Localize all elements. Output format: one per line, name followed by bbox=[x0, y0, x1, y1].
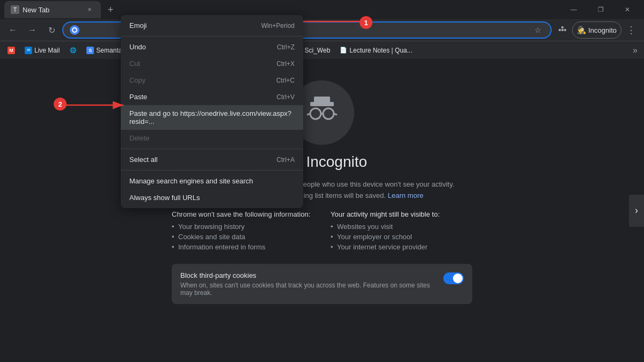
menu-divider-1 bbox=[121, 36, 303, 36]
menu-delete-label: Delete bbox=[129, 134, 295, 142]
profile-button[interactable]: 🕵️ Incognito bbox=[572, 21, 621, 39]
live-mail-favicon: ✉ bbox=[25, 47, 32, 54]
still-visible-column: Your activity might still be visible to:… bbox=[331, 210, 472, 253]
incognito-avatar: 🕵️ bbox=[577, 26, 586, 34]
svg-line-14 bbox=[307, 114, 310, 115]
extensions-button[interactable] bbox=[554, 21, 571, 39]
tab-title: New Tab bbox=[23, 6, 82, 14]
svg-point-11 bbox=[310, 108, 321, 119]
menu-copy-label: Copy bbox=[129, 76, 276, 84]
refresh-button[interactable]: ↻ bbox=[43, 21, 60, 39]
menu-divider-3 bbox=[121, 170, 303, 171]
toggle-knob bbox=[453, 274, 463, 283]
globe-favicon: 🌐 bbox=[69, 47, 77, 54]
menu-manage-search-label: Manage search engines and site search bbox=[129, 177, 295, 185]
bookmark-star-icon[interactable]: ☆ bbox=[531, 24, 544, 36]
still-visible-item-1: Websites you visit bbox=[331, 223, 472, 231]
chrome-menu-button[interactable]: ⋮ bbox=[623, 21, 640, 39]
menu-cut-label: Cut bbox=[129, 60, 276, 68]
semantak-favicon: S bbox=[86, 47, 94, 54]
menu-paste-go-label: Paste and go to https://onedrive.live.co… bbox=[129, 109, 295, 125]
menu-item-copy: Copy Ctrl+C bbox=[121, 72, 303, 88]
menu-paste-label: Paste bbox=[129, 93, 276, 101]
address-bar-actions: ☆ bbox=[531, 24, 544, 36]
bookmark-globe[interactable]: 🌐 bbox=[65, 45, 81, 56]
menu-item-emoji[interactable]: Emoji Win+Period bbox=[121, 17, 303, 34]
still-visible-title: Your activity might still be visible to: bbox=[331, 210, 472, 218]
bookmarks-bar: M ✉ Live Mail 🌐 S Semantak ✉ Sendinblue … bbox=[0, 41, 644, 59]
wont-save-list: Your browsing history Cookies and site d… bbox=[172, 223, 313, 251]
gmail-favicon: M bbox=[8, 47, 15, 54]
navigation-bar: ← → ↻ ☆ 🕵️ Incognito bbox=[0, 19, 644, 41]
nav-right-buttons: 🕵️ Incognito ⋮ bbox=[554, 21, 640, 39]
svg-line-15 bbox=[334, 114, 337, 115]
more-bookmarks-button[interactable]: » bbox=[630, 43, 641, 57]
wont-save-item-1: Your browsing history bbox=[172, 223, 313, 231]
svg-text:T: T bbox=[13, 7, 17, 13]
bookmark-gmail[interactable]: M bbox=[3, 45, 19, 56]
menu-paste-shortcut: Ctrl+V bbox=[276, 93, 295, 101]
lecture-notes-favicon: 📄 bbox=[340, 47, 347, 54]
svg-rect-10 bbox=[314, 97, 330, 103]
bookmark-lecture-notes[interactable]: 📄 Lecture Notes | Qua... bbox=[335, 45, 416, 56]
svg-rect-6 bbox=[561, 26, 564, 28]
menu-item-select-all[interactable]: Select all Ctrl+A bbox=[121, 151, 303, 168]
menu-item-cut: Cut Ctrl+X bbox=[121, 55, 303, 72]
svg-point-12 bbox=[323, 108, 334, 119]
menu-divider-2 bbox=[121, 149, 303, 149]
learn-more-link[interactable]: Learn more bbox=[387, 191, 423, 200]
close-button[interactable]: ✕ bbox=[615, 0, 640, 19]
menu-undo-label: Undo bbox=[129, 43, 277, 51]
menu-item-undo[interactable]: Undo Ctrl+Z bbox=[121, 39, 303, 55]
main-content: one Incognito Now you can browse private… bbox=[0, 59, 644, 362]
menu-show-urls-label: Always show full URLs bbox=[129, 194, 295, 202]
bookmark-lecture-notes-label: Lecture Notes | Qua... bbox=[349, 47, 412, 54]
menu-select-all-label: Select all bbox=[129, 156, 276, 164]
cookie-block-toggle[interactable] bbox=[443, 272, 464, 284]
maximize-button[interactable]: ❐ bbox=[588, 0, 613, 19]
menu-emoji-label: Emoji bbox=[129, 21, 261, 29]
bookmark-live-mail[interactable]: ✉ Live Mail bbox=[20, 45, 64, 56]
site-icon bbox=[70, 25, 79, 35]
active-tab[interactable]: T New Tab × bbox=[4, 1, 101, 18]
wont-save-item-3: Information entered in forms bbox=[172, 243, 313, 251]
next-page-arrow[interactable]: › bbox=[629, 195, 644, 227]
menu-select-all-shortcut: Ctrl+A bbox=[276, 156, 295, 164]
wont-save-item-2: Cookies and site data bbox=[172, 233, 313, 241]
tab-favicon: T bbox=[11, 5, 19, 14]
bookmark-sci-web-label: Sci_Web bbox=[305, 47, 331, 54]
svg-rect-8 bbox=[564, 29, 566, 31]
incognito-columns: Chrome won't save the following informat… bbox=[172, 210, 472, 253]
still-visible-item-2: Your employer or school bbox=[331, 233, 472, 241]
svg-point-4 bbox=[73, 28, 76, 32]
title-bar: T New Tab × + — ❐ ✕ bbox=[0, 0, 644, 19]
bookmark-live-mail-label: Live Mail bbox=[34, 47, 60, 54]
menu-emoji-shortcut: Win+Period bbox=[261, 22, 295, 29]
forward-button[interactable]: → bbox=[24, 21, 41, 39]
svg-rect-7 bbox=[561, 29, 564, 31]
menu-item-paste[interactable]: Paste Ctrl+V bbox=[121, 88, 303, 105]
cookie-block-text: Block third-party cookies When on, sites… bbox=[180, 271, 437, 297]
still-visible-list: Websites you visit Your employer or scho… bbox=[331, 223, 472, 251]
menu-cut-shortcut: Ctrl+X bbox=[276, 60, 295, 68]
new-tab-button[interactable]: + bbox=[103, 2, 118, 17]
cookie-block-box: Block third-party cookies When on, sites… bbox=[172, 264, 472, 304]
context-menu: Emoji Win+Period Undo Ctrl+Z Cut Ctrl+X … bbox=[121, 15, 303, 208]
menu-undo-shortcut: Ctrl+Z bbox=[277, 43, 295, 51]
window-controls: — ❐ ✕ bbox=[561, 0, 640, 19]
minimize-button[interactable]: — bbox=[561, 0, 586, 19]
profile-name: Incognito bbox=[588, 26, 617, 34]
menu-item-delete: Delete bbox=[121, 130, 303, 146]
menu-item-paste-go[interactable]: Paste and go to https://onedrive.live.co… bbox=[121, 105, 303, 130]
tab-close-button[interactable]: × bbox=[85, 5, 94, 14]
wont-save-column: Chrome won't save the following informat… bbox=[172, 210, 313, 253]
svg-rect-5 bbox=[559, 29, 561, 31]
menu-item-manage-search[interactable]: Manage search engines and site search bbox=[121, 173, 303, 189]
menu-copy-shortcut: Ctrl+C bbox=[276, 77, 295, 84]
back-button[interactable]: ← bbox=[4, 21, 21, 39]
menu-item-show-urls[interactable]: Always show full URLs bbox=[121, 189, 303, 206]
cookie-block-desc: When on, sites can't use cookies that tr… bbox=[180, 282, 437, 297]
wont-save-title: Chrome won't save the following informat… bbox=[172, 210, 313, 218]
still-visible-item-3: Your internet service provider bbox=[331, 243, 472, 251]
cookie-block-title: Block third-party cookies bbox=[180, 271, 437, 279]
